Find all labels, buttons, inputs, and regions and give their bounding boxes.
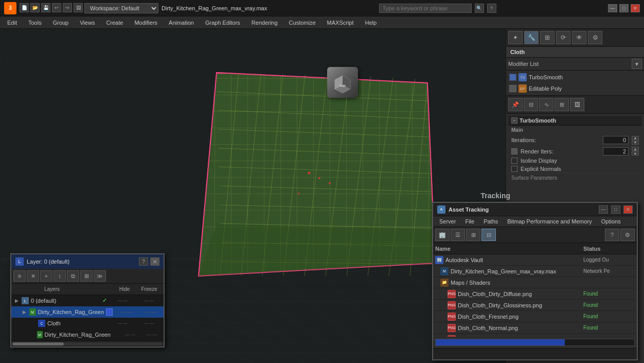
search-input[interactable]	[379, 4, 472, 13]
asset-row-normal[interactable]: PNG Dish_Cloth_Normal.png Found	[433, 322, 637, 334]
pin-mod-btn[interactable]: 📌	[508, 98, 523, 111]
asset-tool-table-btn[interactable]: ⊟	[481, 229, 496, 241]
layer-item-cloth[interactable]: C Cloth — — — —	[11, 318, 164, 329]
asset-row-vault[interactable]: 🏢 Autodesk Vault Logged Ou	[433, 254, 637, 266]
asset-row-maps[interactable]: 📁 Maps / Shaders	[433, 277, 637, 288]
maximize-btn[interactable]: □	[619, 4, 629, 12]
ts-render-checkbox[interactable]	[511, 148, 517, 154]
open-file-btn[interactable]: 📂	[30, 3, 40, 12]
layer-scrollbar-thumb[interactable]	[12, 342, 64, 345]
ts-collapse-btn[interactable]: −	[511, 117, 517, 124]
menu-maxscript[interactable]: MAXScript	[322, 17, 359, 28]
workspace-selector[interactable]: Workspace: Default	[84, 3, 158, 13]
asset-tool-list-btn[interactable]: ☰	[451, 229, 465, 241]
motion-icon-btn[interactable]: ⟳	[556, 31, 570, 44]
asset-menu-options[interactable]: Options	[597, 217, 625, 226]
asset-maximize-btn[interactable]: □	[611, 205, 620, 214]
ts-explicit-normals-label: Explicit Normals	[521, 166, 639, 172]
ts-iterations-label: Iterations:	[511, 137, 600, 143]
layer-item-rag-child[interactable]: M Dirty_Kitchen_Rag_Green — — — —	[11, 329, 164, 340]
hierarchy-icon-btn[interactable]: ⊞	[540, 31, 554, 44]
config-mod-btn[interactable]: ⊞	[554, 98, 569, 111]
layer-panel-question-btn[interactable]: ?	[139, 257, 148, 266]
layer-add-btn[interactable]: +	[40, 270, 52, 282]
menu-views[interactable]: Views	[75, 17, 100, 28]
layer-panel-close-btn[interactable]: ✕	[150, 257, 159, 266]
layer-expand-rag[interactable]: ▶	[22, 309, 27, 315]
menu-edit[interactable]: Edit	[2, 17, 22, 28]
ts-iterations-up[interactable]: ▲	[632, 136, 639, 140]
layer-item-rag-green[interactable]: ▶ M Dirty_Kitchen_Rag_Green — — — —	[11, 306, 164, 318]
show-end-btn[interactable]: ∿	[539, 98, 553, 111]
layer-scrollbar[interactable]	[11, 340, 164, 347]
menu-group[interactable]: Group	[48, 17, 74, 28]
asset-row-maxfile[interactable]: M Dirty_Kitchen_Rag_Green_max_vray.max N…	[433, 266, 637, 277]
menu-modifiers[interactable]: Modifiers	[129, 17, 163, 28]
asset-tracking-panel: A Asset Tracking — □ ✕ Server File Paths…	[432, 202, 638, 360]
layer-settings-btn[interactable]: ≡	[13, 270, 26, 282]
menu-rendering[interactable]: Rendering	[246, 17, 283, 28]
asset-minimize-btn[interactable]: —	[599, 205, 608, 214]
modifier-turbosmooth[interactable]: TS TurboSmooth	[506, 72, 644, 83]
menu-graph-editors[interactable]: Graph Editors	[200, 17, 245, 28]
asset-close-btn[interactable]: ✕	[623, 205, 633, 214]
undo-btn[interactable]: ↩	[52, 3, 61, 12]
ts-render-down[interactable]: ▼	[632, 151, 639, 155]
ts-render-iters-input[interactable]	[603, 147, 629, 155]
menu-tools[interactable]: Tools	[23, 17, 47, 28]
asset-menu-server[interactable]: Server	[435, 217, 460, 226]
asset-menu-file[interactable]: File	[461, 217, 478, 226]
asset-row-fresnel[interactable]: PNG Dish_Cloth_Fresnel.png Found	[433, 311, 637, 322]
layer-expand-rag-child[interactable]	[30, 332, 35, 338]
layer-filter3-btn[interactable]: ≫	[94, 270, 106, 282]
display-icon-btn[interactable]: 👁	[572, 31, 586, 44]
menu-create[interactable]: Create	[101, 17, 128, 28]
asset-menu-paths[interactable]: Paths	[479, 217, 502, 226]
asset-menu-bitmap-perf[interactable]: Bitmap Performance and Memory	[503, 217, 596, 226]
help-btn[interactable]: ?	[487, 4, 496, 13]
layer-sort-btn[interactable]: ↕	[53, 270, 66, 282]
layer-expand-cloth[interactable]	[30, 320, 36, 326]
close-btn[interactable]: ✕	[631, 4, 640, 12]
show-result-btn[interactable]: 🖼	[570, 98, 584, 111]
connect-mod-btn[interactable]: ⊟	[524, 98, 538, 111]
editable-poly-label: Editable Poly	[529, 85, 562, 92]
modify-icon-btn[interactable]: 🔧	[524, 31, 539, 44]
layer-expand-default[interactable]: ▶	[13, 298, 20, 304]
redo-btn[interactable]: ↪	[63, 3, 72, 12]
asset-tool-vault-btn[interactable]: 🏢	[435, 229, 450, 241]
layers-col-name: Layers	[13, 286, 112, 292]
minimize-btn[interactable]: —	[608, 4, 617, 12]
modifier-editable-poly[interactable]: EP Editable Poly	[506, 83, 644, 94]
create-icon-btn[interactable]: ✦	[508, 31, 523, 44]
asset-status-glossiness: Found	[583, 302, 635, 308]
asset-row-diffuse[interactable]: PNG Dish_Cloth_Dirty_Diffuse.png Found	[433, 288, 637, 300]
save-file-btn[interactable]: 💾	[41, 3, 50, 12]
asset-tool-grid-btn[interactable]: ⊞	[466, 229, 480, 241]
ts-iterations-down[interactable]: ▼	[632, 141, 639, 145]
menu-customize[interactable]: Customize	[284, 17, 321, 28]
scene-icon-btn[interactable]: 🖼	[74, 3, 83, 12]
nav-cube[interactable]: TOP	[324, 64, 361, 101]
layer-delete-btn[interactable]: ✕	[27, 270, 39, 282]
ts-isoline-checkbox[interactable]	[511, 158, 517, 164]
layer-item-default[interactable]: ▶ L 0 (default) ✓ — — — —	[11, 295, 164, 306]
utility-icon-btn[interactable]: ⚙	[588, 31, 602, 44]
layer-filter2-btn[interactable]: ⊞	[80, 270, 93, 282]
asset-row-specular[interactable]: PNG Dish_Cloth_Specular.png Found	[433, 334, 637, 337]
layer-filter1-btn[interactable]: ⧉	[67, 270, 79, 282]
layer-panel: L Layer: 0 (default) ? ✕ ≡ ✕ + ↕ ⧉ ⊞ ≫ L…	[10, 253, 165, 348]
asset-tool-settings-btn[interactable]: ⚙	[620, 229, 635, 241]
search-btn[interactable]: 🔍	[475, 4, 484, 13]
asset-row-glossiness[interactable]: PNG Dish_Cloth_Dirty_Glossiness.png Foun…	[433, 300, 637, 311]
editable-poly-checkbox[interactable]	[509, 85, 516, 92]
ts-explicit-normals-checkbox[interactable]	[511, 166, 517, 172]
modifier-list-dropdown[interactable]: ▼	[632, 59, 642, 69]
ts-iterations-input[interactable]	[603, 136, 629, 144]
menu-animation[interactable]: Animation	[164, 17, 199, 28]
menu-help[interactable]: Help	[360, 17, 382, 28]
ts-render-up[interactable]: ▲	[632, 147, 639, 151]
asset-tool-help-btn[interactable]: ?	[605, 229, 619, 241]
turbosmooth-checkbox[interactable]	[509, 74, 516, 81]
new-file-btn[interactable]: 📄	[20, 3, 29, 12]
